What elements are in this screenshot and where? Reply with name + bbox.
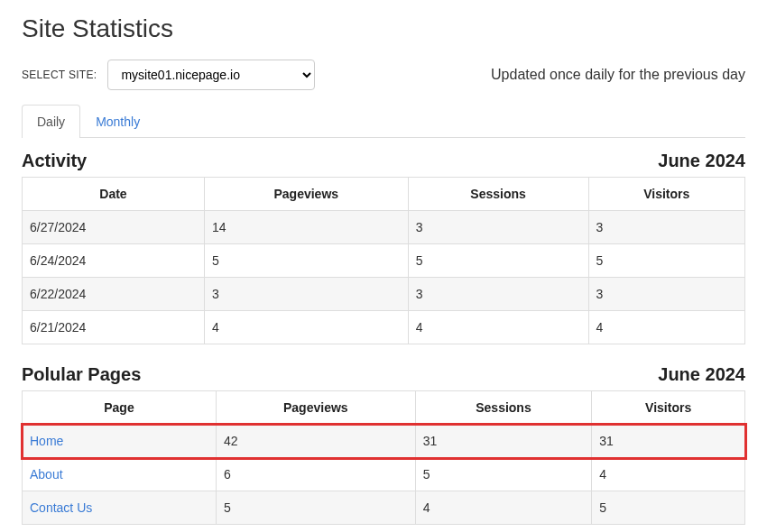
update-note: Updated once daily for the previous day [491,67,745,83]
table-row: 6/21/2024444 [23,311,745,344]
cell-sessions: 4 [415,491,592,525]
cell-pageviews: 42 [216,425,415,458]
popular-title: Polular Pages [22,364,141,385]
cell-date: 6/27/2024 [23,211,205,244]
page-title: Site Statistics [22,14,745,43]
cell-pageviews: 5 [204,244,408,278]
activity-table: Date Pageviews Sessions Visitors 6/27/20… [22,177,745,344]
popular-col-sessions: Sessions [415,391,592,425]
cell-pageviews: 6 [216,458,415,491]
popular-col-pageviews: Pageviews [216,391,415,425]
activity-col-sessions: Sessions [408,178,588,211]
cell-sessions: 5 [415,458,592,491]
activity-period: June 2024 [658,151,745,171]
site-select-wrap: SELECT SITE: mysite01.nicepage.io [22,60,315,90]
activity-col-pageviews: Pageviews [204,178,408,211]
table-row: 6/27/20241433 [23,211,745,244]
cell-page: Contact Us [23,491,217,525]
cell-visitors: 5 [588,244,744,278]
popular-period: June 2024 [658,364,745,385]
popular-table: Page Pageviews Sessions Visitors Home423… [22,390,745,525]
popular-col-visitors: Visitors [592,391,745,425]
cell-page: About [23,458,217,491]
cell-sessions: 3 [408,278,588,311]
cell-visitors: 5 [592,491,745,525]
tab-monthly[interactable]: Monthly [80,105,155,138]
cell-visitors: 3 [588,278,744,311]
cell-visitors: 4 [588,311,744,344]
table-row: 6/24/2024555 [23,244,745,278]
activity-col-date: Date [23,178,205,211]
table-row: About654 [23,458,745,491]
popular-col-page: Page [23,391,217,425]
top-row: SELECT SITE: mysite01.nicepage.io Update… [22,60,745,90]
cell-visitors: 31 [592,425,745,458]
page-link[interactable]: Contact Us [30,500,92,515]
cell-sessions: 3 [408,211,588,244]
tab-daily[interactable]: Daily [22,105,80,138]
cell-pageviews: 4 [204,311,408,344]
cell-pageviews: 5 [216,491,415,525]
activity-col-visitors: Visitors [588,178,744,211]
cell-pageviews: 3 [204,278,408,311]
site-select[interactable]: mysite01.nicepage.io [107,60,315,90]
tabs: Daily Monthly [22,105,745,138]
cell-pageviews: 14 [204,211,408,244]
cell-page: Home [23,425,217,458]
select-site-label: SELECT SITE: [22,69,97,81]
cell-visitors: 4 [592,458,745,491]
page-link[interactable]: Home [30,434,63,448]
table-row: Home423131 [23,425,745,458]
cell-sessions: 5 [408,244,588,278]
popular-header: Polular Pages June 2024 [22,364,745,385]
cell-visitors: 3 [588,211,744,244]
cell-date: 6/22/2024 [23,278,205,311]
table-row: 6/22/2024333 [23,278,745,311]
page-link[interactable]: About [30,467,63,482]
activity-title: Activity [22,151,87,171]
cell-date: 6/21/2024 [23,311,205,344]
activity-header: Activity June 2024 [22,151,745,171]
cell-sessions: 4 [408,311,588,344]
cell-sessions: 31 [415,425,592,458]
cell-date: 6/24/2024 [23,244,205,278]
table-row: Contact Us545 [23,491,745,525]
